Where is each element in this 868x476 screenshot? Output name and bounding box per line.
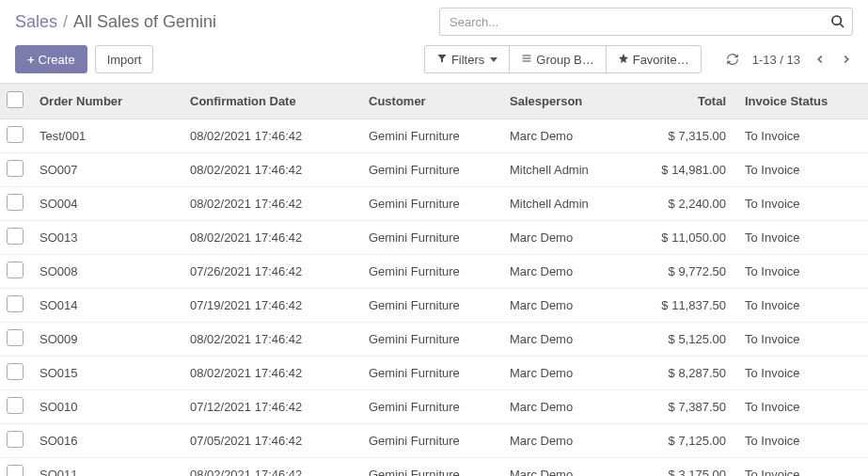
- cell-order: SO010: [30, 390, 181, 424]
- cell-invoice: To Invoice: [735, 323, 868, 357]
- groupby-button[interactable]: Group B…: [509, 45, 606, 73]
- cell-date: 07/19/2021 17:46:42: [181, 289, 359, 323]
- row-checkbox[interactable]: [7, 262, 24, 278]
- cell-total: $ 9,772.50: [641, 255, 735, 289]
- col-customer[interactable]: Customer: [359, 84, 500, 119]
- cell-customer: Gemini Furniture: [359, 424, 500, 458]
- col-date[interactable]: Confirmation Date: [181, 84, 359, 119]
- cell-invoice: To Invoice: [735, 153, 868, 187]
- search-box: [439, 8, 853, 36]
- favorites-label: Favorite…: [633, 53, 689, 67]
- breadcrumb-root[interactable]: Sales: [15, 12, 57, 32]
- pager-text: 1-13 / 13: [752, 53, 800, 67]
- cell-invoice: To Invoice: [735, 221, 868, 255]
- cell-total: $ 8,287.50: [641, 357, 735, 390]
- row-checkbox[interactable]: [7, 465, 24, 476]
- cell-date: 07/26/2021 17:46:42: [181, 255, 359, 289]
- row-checkbox[interactable]: [7, 295, 24, 312]
- cell-total: $ 3,175.00: [641, 458, 735, 477]
- search-input[interactable]: [439, 8, 853, 36]
- cell-date: 08/02/2021 17:46:42: [181, 153, 359, 187]
- cell-total: $ 14,981.00: [641, 153, 735, 187]
- table-row[interactable]: SO01508/02/2021 17:46:42Gemini Furniture…: [0, 357, 868, 390]
- cell-order: Test/001: [30, 119, 181, 153]
- cell-customer: Gemini Furniture: [359, 187, 500, 221]
- cell-salesperson: Marc Demo: [500, 255, 641, 289]
- cell-total: $ 11,050.00: [641, 221, 735, 255]
- star-icon: [618, 53, 629, 67]
- row-checkbox[interactable]: [7, 329, 24, 346]
- filter-icon: [436, 53, 448, 67]
- col-order[interactable]: Order Number: [30, 84, 181, 119]
- cell-date: 08/02/2021 17:46:42: [181, 221, 359, 255]
- cell-total: $ 7,315.00: [641, 119, 735, 153]
- row-checkbox[interactable]: [7, 431, 24, 448]
- col-salesperson[interactable]: Salesperson: [500, 84, 641, 119]
- table-row[interactable]: Test/00108/02/2021 17:46:42Gemini Furnit…: [0, 119, 868, 153]
- row-checkbox[interactable]: [7, 194, 24, 211]
- cell-total: $ 7,125.00: [641, 424, 735, 458]
- cell-date: 07/12/2021 17:46:42: [181, 390, 359, 424]
- cell-invoice: To Invoice: [735, 119, 868, 153]
- cell-invoice: To Invoice: [735, 255, 868, 289]
- table-row[interactable]: SO01007/12/2021 17:46:42Gemini Furniture…: [0, 390, 868, 424]
- table-row[interactable]: SO01108/02/2021 17:46:42Gemini Furniture…: [0, 458, 868, 477]
- cell-date: 08/02/2021 17:46:42: [181, 187, 359, 221]
- col-total[interactable]: Total: [641, 84, 735, 119]
- search-icon[interactable]: [830, 14, 845, 29]
- chevron-down-icon: [490, 57, 497, 62]
- cell-total: $ 2,240.00: [641, 187, 735, 221]
- import-button[interactable]: Import: [95, 45, 154, 73]
- cell-salesperson: Mitchell Admin: [500, 153, 641, 187]
- table-row[interactable]: SO01407/19/2021 17:46:42Gemini Furniture…: [0, 289, 868, 323]
- breadcrumb-sep: /: [63, 12, 68, 32]
- favorites-button[interactable]: Favorite…: [606, 45, 702, 73]
- row-checkbox[interactable]: [7, 160, 24, 177]
- cell-customer: Gemini Furniture: [359, 289, 500, 323]
- breadcrumb: Sales / All Sales of Gemini: [15, 12, 432, 32]
- filters-label: Filters: [451, 53, 484, 67]
- cell-customer: Gemini Furniture: [359, 390, 500, 424]
- breadcrumb-current: All Sales of Gemini: [73, 12, 216, 32]
- cell-invoice: To Invoice: [735, 357, 868, 390]
- cell-salesperson: Marc Demo: [500, 390, 641, 424]
- cell-salesperson: Marc Demo: [500, 424, 641, 458]
- cell-invoice: To Invoice: [735, 289, 868, 323]
- refresh-icon[interactable]: [726, 53, 739, 66]
- row-checkbox[interactable]: [7, 228, 24, 245]
- cell-order: SO008: [30, 255, 181, 289]
- cell-order: SO016: [30, 424, 181, 458]
- cell-customer: Gemini Furniture: [359, 119, 500, 153]
- cell-order: SO007: [30, 153, 181, 187]
- cell-customer: Gemini Furniture: [359, 221, 500, 255]
- prev-page-icon[interactable]: [813, 53, 827, 66]
- row-checkbox[interactable]: [7, 126, 24, 143]
- groupby-label: Group B…: [536, 53, 593, 67]
- cell-customer: Gemini Furniture: [359, 153, 500, 187]
- row-checkbox[interactable]: [7, 397, 24, 414]
- table-row[interactable]: SO01607/05/2021 17:46:42Gemini Furniture…: [0, 424, 868, 458]
- cell-order: SO011: [30, 458, 181, 477]
- row-checkbox[interactable]: [7, 363, 24, 380]
- cell-order: SO004: [30, 187, 181, 221]
- table-row[interactable]: SO00908/02/2021 17:46:42Gemini Furniture…: [0, 323, 868, 357]
- col-invoice[interactable]: Invoice Status: [735, 84, 868, 119]
- create-button[interactable]: + Create: [15, 45, 87, 73]
- cell-salesperson: Marc Demo: [500, 119, 641, 153]
- cell-order: SO009: [30, 323, 181, 357]
- cell-date: 08/02/2021 17:46:42: [181, 458, 359, 477]
- filters-button[interactable]: Filters: [424, 45, 510, 73]
- cell-invoice: To Invoice: [735, 390, 868, 424]
- table-row[interactable]: SO00708/02/2021 17:46:42Gemini Furniture…: [0, 153, 868, 187]
- cell-date: 08/02/2021 17:46:42: [181, 119, 359, 153]
- cell-order: SO015: [30, 357, 181, 390]
- table-row[interactable]: SO01308/02/2021 17:46:42Gemini Furniture…: [0, 221, 868, 255]
- table-row[interactable]: SO00408/02/2021 17:46:42Gemini Furniture…: [0, 187, 868, 221]
- cell-salesperson: Marc Demo: [500, 357, 641, 390]
- svg-point-0: [832, 16, 841, 24]
- next-page-icon[interactable]: [840, 53, 853, 66]
- table-row[interactable]: SO00807/26/2021 17:46:42Gemini Furniture…: [0, 255, 868, 289]
- cell-customer: Gemini Furniture: [359, 255, 500, 289]
- select-all-checkbox[interactable]: [7, 91, 24, 108]
- svg-rect-4: [523, 60, 531, 61]
